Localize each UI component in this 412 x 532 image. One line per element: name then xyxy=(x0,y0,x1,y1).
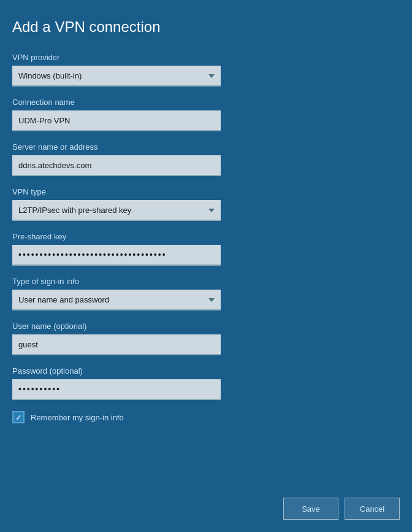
vpn-type-label: VPN type xyxy=(12,187,400,196)
sign-in-type-dropdown-wrapper: User name and password xyxy=(12,290,221,310)
vpn-type-dropdown-wrapper: L2TP/IPsec with pre-shared key xyxy=(12,200,221,221)
vpn-provider-select[interactable]: Windows (built-in) xyxy=(12,66,221,87)
vpn-provider-label: VPN provider xyxy=(12,53,400,62)
server-name-group: Server name or address xyxy=(12,142,400,176)
username-input[interactable] xyxy=(12,334,221,355)
pre-shared-key-group: Pre-shared key xyxy=(12,232,400,266)
action-buttons-row: Save Cancel xyxy=(283,498,400,520)
sign-in-type-group: Type of sign-in info User name and passw… xyxy=(12,277,400,310)
server-name-input[interactable] xyxy=(12,155,221,176)
sign-in-type-select[interactable]: User name and password xyxy=(12,290,221,310)
pre-shared-key-input[interactable] xyxy=(12,245,221,266)
password-input[interactable] xyxy=(12,379,221,400)
vpn-type-select[interactable]: L2TP/IPsec with pre-shared key xyxy=(12,200,221,221)
username-group: User name (optional) xyxy=(12,322,400,355)
page-title: Add a VPN connection xyxy=(12,18,400,36)
pre-shared-key-label: Pre-shared key xyxy=(12,232,400,241)
checkmark-icon: ✓ xyxy=(15,414,22,422)
vpn-provider-group: VPN provider Windows (built-in) xyxy=(12,53,400,87)
remember-signin-checkbox-container[interactable]: ✓ Remember my sign-in info xyxy=(12,411,124,423)
server-name-label: Server name or address xyxy=(12,142,400,152)
vpn-provider-dropdown-wrapper: Windows (built-in) xyxy=(12,66,221,87)
vpn-type-group: VPN type L2TP/IPsec with pre-shared key xyxy=(12,187,400,221)
sign-in-type-label: Type of sign-in info xyxy=(12,277,400,286)
username-label: User name (optional) xyxy=(12,322,400,331)
password-label: Password (optional) xyxy=(12,366,400,376)
save-button[interactable]: Save xyxy=(283,498,338,520)
connection-name-input[interactable] xyxy=(12,110,221,131)
password-group: Password (optional) xyxy=(12,366,400,400)
cancel-button[interactable]: Cancel xyxy=(345,498,400,520)
remember-signin-row: ✓ Remember my sign-in info xyxy=(12,411,400,423)
vpn-connection-dialog: Add a VPN connection VPN provider Window… xyxy=(0,0,412,532)
connection-name-label: Connection name xyxy=(12,98,400,107)
remember-signin-label: Remember my sign-in info xyxy=(31,413,124,422)
remember-signin-checkbox[interactable]: ✓ xyxy=(12,411,25,423)
connection-name-group: Connection name xyxy=(12,98,400,131)
